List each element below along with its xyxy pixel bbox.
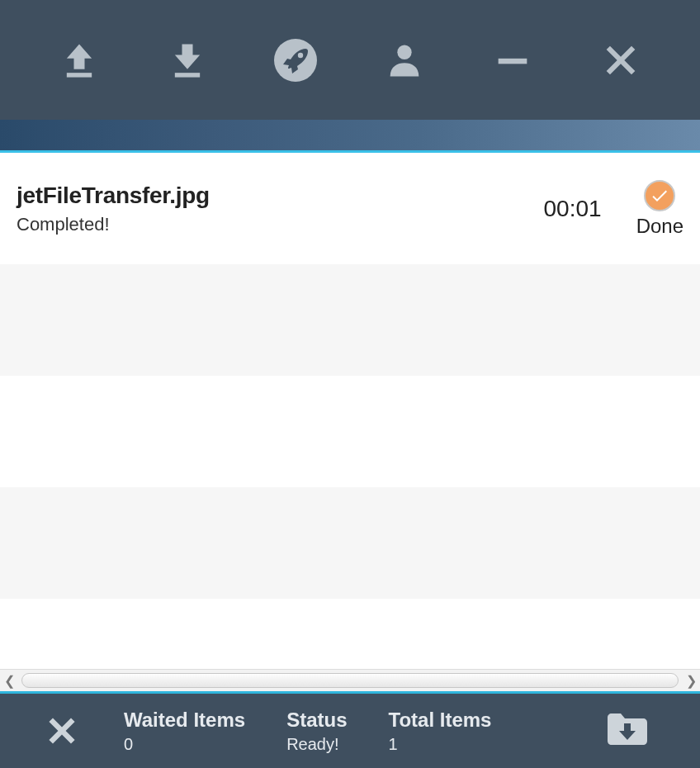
transfer-state-label: Done <box>636 215 683 238</box>
empty-row <box>0 376 700 487</box>
close-icon <box>599 39 642 82</box>
transfer-status-text: Completed! <box>17 214 544 235</box>
close-icon <box>44 713 80 749</box>
upload-icon <box>58 39 101 82</box>
download-icon <box>166 39 209 82</box>
transfer-info: jetFileTransfer.jpg Completed! <box>17 183 544 235</box>
scroll-left-arrow[interactable]: ❮ <box>0 670 18 692</box>
empty-row <box>0 599 700 669</box>
empty-row <box>0 487 700 599</box>
bottom-statusbar: Waited Items 0 Status Ready! Total Items… <box>0 691 700 768</box>
open-folder-button[interactable] <box>604 709 650 752</box>
waited-items-stat: Waited Items 0 <box>124 709 245 754</box>
svg-point-3 <box>298 52 303 57</box>
minimize-icon <box>491 39 534 82</box>
done-check-icon <box>644 180 675 211</box>
total-items-stat: Total Items 1 <box>389 709 492 754</box>
waited-items-label: Waited Items <box>124 709 245 732</box>
upload-button[interactable] <box>34 0 125 120</box>
minimize-button[interactable] <box>467 0 558 120</box>
total-items-value: 1 <box>389 735 492 754</box>
scrollbar-track[interactable] <box>21 673 679 688</box>
user-icon <box>383 39 426 82</box>
total-items-label: Total Items <box>389 709 492 732</box>
empty-row <box>0 264 700 376</box>
svg-rect-1 <box>175 73 200 77</box>
transfer-list: jetFileTransfer.jpg Completed! 00:01 Don… <box>0 153 700 669</box>
status-stat: Status Ready! <box>286 709 347 754</box>
status-value: Ready! <box>286 735 347 754</box>
download-button[interactable] <box>142 0 233 120</box>
svg-rect-5 <box>499 58 527 64</box>
rocket-icon <box>272 37 319 83</box>
top-toolbar <box>0 0 700 120</box>
user-button[interactable] <box>359 0 450 120</box>
transfer-state: Done <box>636 180 683 238</box>
status-label: Status <box>286 709 347 732</box>
svg-rect-0 <box>66 73 91 77</box>
clear-button[interactable] <box>0 713 124 749</box>
horizontal-scrollbar[interactable]: ❮ ❯ <box>0 669 700 691</box>
transfer-time: 00:01 <box>544 196 602 222</box>
folder-download-icon <box>604 709 650 749</box>
svg-point-4 <box>397 45 411 59</box>
scroll-right-arrow[interactable]: ❯ <box>682 670 700 692</box>
waited-items-value: 0 <box>124 735 245 754</box>
close-button[interactable] <box>575 0 666 120</box>
transfer-filename: jetFileTransfer.jpg <box>17 183 544 209</box>
rocket-button[interactable] <box>250 0 341 120</box>
transfer-row[interactable]: jetFileTransfer.jpg Completed! 00:01 Don… <box>0 153 700 264</box>
header-banner <box>0 120 700 153</box>
